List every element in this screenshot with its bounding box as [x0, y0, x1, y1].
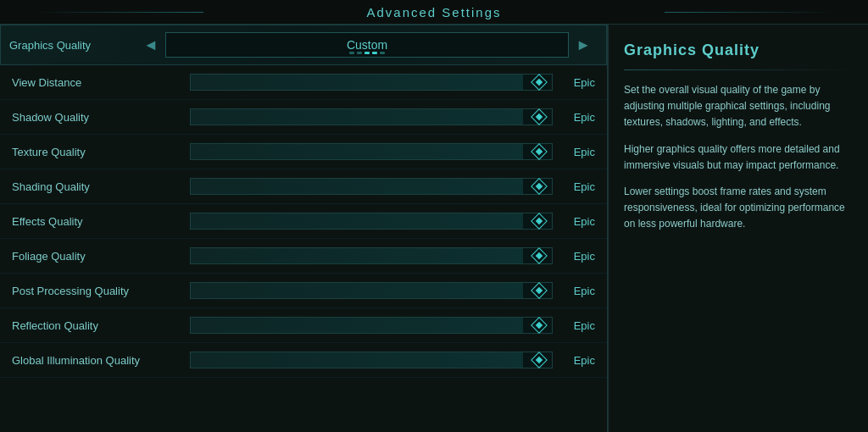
slider-track-5[interactable]: «« — [190, 247, 553, 264]
table-row: Texture Quality «« Epic — [0, 135, 607, 169]
selector-dots — [349, 52, 385, 54]
graphics-quality-label: Graphics Quality — [9, 39, 136, 52]
slider-thumb-inner-0 — [536, 79, 542, 86]
slider-thumb-inner-5 — [536, 252, 542, 259]
slider-container-6[interactable]: «« — [190, 282, 553, 299]
selector-left-arrow[interactable]: ◄ — [136, 36, 165, 54]
slider-thumb-inner-4 — [536, 218, 542, 224]
slider-container-5[interactable]: «« — [190, 247, 553, 264]
slider-fill-6 — [191, 283, 523, 298]
table-row: Foliage Quality «« Epic — [0, 239, 607, 274]
setting-name-0: View Distance — [12, 76, 181, 89]
setting-name-5: Foliage Quality — [12, 250, 181, 263]
setting-name-8: Global Illumination Quality — [12, 354, 181, 367]
selector-control: ◄ Custom ► — [136, 32, 598, 58]
setting-value-7: Epic — [561, 319, 595, 332]
table-row: Shadow Quality «« Epic — [0, 100, 607, 135]
main-layout: Graphics Quality ◄ Custom ► — [0, 25, 868, 432]
slider-track-0[interactable]: «« — [190, 74, 553, 91]
setting-name-6: Post Processing Quality — [12, 285, 181, 297]
dot-2 — [357, 52, 362, 54]
table-row: Shading Quality «« Epic — [0, 169, 607, 204]
slider-thumb-inner-8 — [536, 357, 542, 363]
slider-thumb-5 — [531, 247, 548, 264]
right-panel: Graphics Quality Set the overall visual … — [609, 25, 868, 432]
selector-right-arrow[interactable]: ► — [569, 36, 598, 54]
slider-container-3[interactable]: «« — [190, 178, 553, 195]
slider-fill-5 — [191, 248, 523, 263]
slider-container-4[interactable]: «« — [190, 213, 553, 230]
slider-fill-4 — [191, 213, 523, 229]
setting-value-5: Epic — [561, 250, 595, 263]
slider-thumb-inner-6 — [536, 287, 542, 294]
setting-value-1: Epic — [561, 111, 595, 124]
slider-thumb-3 — [531, 178, 548, 195]
slider-fill-8 — [191, 352, 523, 368]
selector-value-box: Custom — [165, 32, 569, 58]
right-panel-title: Graphics Quality — [624, 42, 853, 59]
divider-line — [624, 69, 853, 70]
dot-3 — [364, 52, 370, 54]
slider-container-8[interactable]: «« — [190, 352, 553, 368]
slider-thumb-inner-7 — [536, 322, 542, 329]
table-row: Global Illumination Quality «« Epic — [0, 343, 607, 378]
slider-thumb-inner-2 — [536, 148, 542, 155]
slider-track-6[interactable]: «« — [190, 282, 553, 299]
setting-name-3: Shading Quality — [12, 180, 181, 193]
table-row: Post Processing Quality «« Epic — [0, 274, 607, 308]
dot-4 — [372, 52, 377, 54]
setting-value-4: Epic — [561, 215, 595, 228]
slider-container-1[interactable]: «« — [190, 108, 553, 125]
slider-container-0[interactable]: «« — [190, 74, 553, 91]
description-text-1: Set the overall visual quality of the ga… — [624, 82, 853, 131]
setting-name-7: Reflection Quality — [12, 319, 181, 332]
slider-container-7[interactable]: «« — [190, 317, 553, 334]
header-title: Advanced Settings — [366, 5, 501, 19]
setting-value-2: Epic — [561, 146, 595, 158]
settings-list: View Distance «« Epic Shadow Quality «« — [0, 65, 607, 378]
setting-value-0: Epic — [561, 76, 595, 89]
setting-name-4: Effects Quality — [12, 215, 181, 228]
table-row: View Distance «« Epic — [0, 65, 607, 100]
slider-track-7[interactable]: «« — [190, 317, 553, 334]
slider-thumb-1 — [531, 108, 548, 125]
slider-thumb-2 — [531, 143, 548, 160]
slider-fill-3 — [191, 179, 523, 194]
table-row: Reflection Quality «« Epic — [0, 308, 607, 343]
slider-track-4[interactable]: «« — [190, 213, 553, 230]
selector-value: Custom — [347, 38, 387, 52]
slider-thumb-inner-3 — [536, 183, 542, 190]
slider-fill-2 — [191, 144, 523, 159]
slider-thumb-4 — [531, 213, 548, 230]
slider-track-1[interactable]: «« — [190, 108, 553, 125]
setting-value-8: Epic — [561, 354, 595, 367]
setting-value-3: Epic — [561, 180, 595, 193]
slider-container-2[interactable]: «« — [190, 143, 553, 160]
table-row: Effects Quality «« Epic — [0, 204, 607, 239]
slider-thumb-inner-1 — [536, 114, 542, 120]
slider-thumb-8 — [531, 352, 548, 368]
slider-fill-7 — [191, 318, 523, 333]
dot-5 — [380, 52, 385, 54]
setting-name-1: Shadow Quality — [12, 111, 181, 124]
slider-thumb-0 — [531, 74, 548, 91]
slider-thumb-6 — [531, 282, 548, 299]
slider-track-3[interactable]: «« — [190, 178, 553, 195]
dot-1 — [349, 52, 354, 54]
header: Advanced Settings — [0, 0, 868, 25]
slider-fill-1 — [191, 109, 523, 125]
slider-thumb-7 — [531, 317, 548, 334]
slider-track-2[interactable]: «« — [190, 143, 553, 160]
slider-track-8[interactable]: «« — [190, 352, 553, 368]
description-text-3: Lower settings boost frame rates and sys… — [624, 184, 853, 233]
description-text-2: Higher graphics quality offers more deta… — [624, 141, 853, 174]
left-panel: Graphics Quality ◄ Custom ► — [0, 25, 609, 432]
slider-fill-0 — [191, 75, 523, 90]
graphics-quality-selector-row: Graphics Quality ◄ Custom ► — [0, 25, 607, 65]
setting-value-6: Epic — [561, 285, 595, 297]
setting-name-2: Texture Quality — [12, 146, 181, 158]
